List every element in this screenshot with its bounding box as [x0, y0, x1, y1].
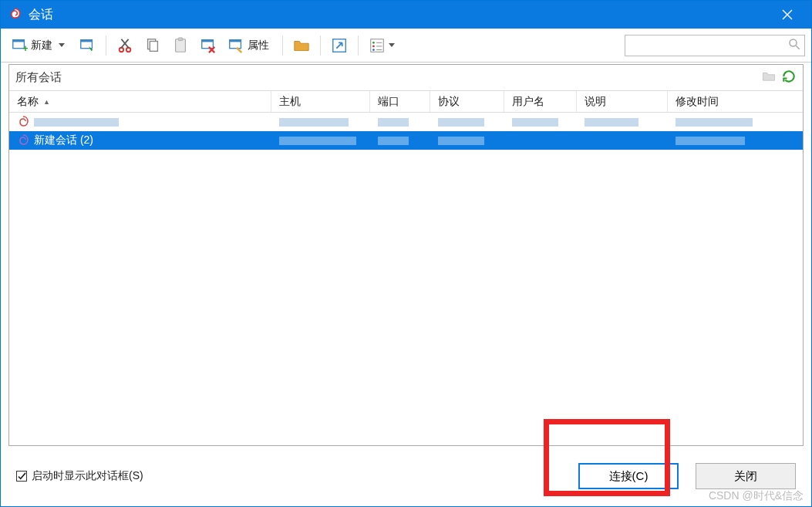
session-list-panel: 名称▲ 主机 端口 协议 用户名 说明 修改时间 新建会话 (2) [8, 64, 804, 446]
delete-button[interactable] [196, 34, 221, 57]
folder-open-icon [293, 37, 310, 54]
svg-rect-3 [13, 39, 25, 42]
chevron-down-icon [59, 43, 65, 47]
session-name: 新建会话 (2) [34, 134, 93, 147]
paste-icon [172, 37, 189, 54]
svg-point-24 [372, 45, 375, 47]
column-protocol[interactable]: 协议 [430, 91, 504, 112]
svg-point-25 [372, 49, 375, 51]
save-icon [79, 37, 96, 54]
svg-rect-20 [230, 39, 241, 42]
svg-point-23 [372, 41, 375, 43]
svg-rect-12 [150, 41, 157, 51]
svg-rect-14 [178, 37, 183, 40]
connect-button[interactable]: 连接(C) [578, 463, 679, 489]
svg-rect-16 [202, 39, 214, 42]
filter-row [9, 65, 803, 91]
svg-line-30 [796, 46, 800, 49]
svg-rect-13 [176, 39, 186, 52]
properties-label: 属性 [248, 39, 269, 52]
sort-asc-icon: ▲ [43, 98, 50, 106]
show-on-startup-label: 启动时显示此对话框(S) [32, 469, 143, 483]
sessions-dialog: 会话 + 新建 属性 [0, 0, 812, 507]
svg-rect-6 [81, 39, 93, 42]
refresh-icon[interactable] [781, 69, 797, 86]
column-port[interactable]: 端口 [370, 91, 430, 112]
checkbox-icon [16, 471, 27, 482]
close-button[interactable]: 关闭 [696, 463, 796, 489]
list-view-icon [369, 37, 386, 54]
toolbar-separator [282, 35, 283, 56]
properties-button[interactable]: 属性 [224, 34, 276, 57]
save-button[interactable] [75, 34, 99, 57]
svg-point-8 [126, 47, 131, 52]
new-icon: + [11, 37, 28, 54]
copy-icon [144, 37, 161, 54]
search-icon[interactable] [787, 37, 801, 53]
search-box[interactable] [625, 35, 805, 56]
table-body: 新建会话 (2) [9, 113, 803, 445]
cut-icon [116, 37, 133, 54]
title-bar: 会话 [1, 1, 811, 29]
toolbar: + 新建 属性 [1, 29, 811, 63]
session-icon [17, 134, 29, 147]
filter-input[interactable] [9, 66, 755, 90]
properties-icon [227, 37, 244, 54]
folder-icon[interactable] [761, 69, 777, 86]
dialog-footer: 启动时显示此对话框(S) 连接(C) 关闭 [8, 446, 804, 506]
copy-button[interactable] [140, 34, 165, 57]
toolbar-separator [106, 35, 106, 56]
svg-point-29 [790, 39, 797, 46]
column-mtime[interactable]: 修改时间 [668, 91, 803, 112]
delete-icon [200, 37, 217, 54]
paste-button[interactable] [168, 34, 193, 57]
cut-button[interactable] [113, 34, 137, 57]
svg-point-7 [120, 47, 124, 52]
table-header: 名称▲ 主机 端口 协议 用户名 说明 修改时间 [9, 91, 803, 113]
column-name[interactable]: 名称▲ [9, 91, 271, 112]
column-user[interactable]: 用户名 [504, 91, 577, 112]
column-desc[interactable]: 说明 [577, 91, 668, 112]
session-icon [17, 116, 29, 128]
toolbar-separator [358, 35, 359, 56]
table-row[interactable] [9, 113, 803, 131]
show-on-startup-checkbox[interactable]: 启动时显示此对话框(S) [16, 469, 143, 483]
shortcut-button[interactable] [327, 34, 352, 57]
chevron-down-icon [389, 43, 395, 47]
app-icon [7, 7, 22, 22]
new-label: 新建 [31, 39, 52, 52]
window-close-button[interactable] [770, 1, 805, 29]
svg-text:+: + [23, 43, 28, 54]
open-folder-button[interactable] [289, 34, 314, 57]
view-button[interactable] [365, 34, 402, 57]
window-title: 会话 [29, 7, 770, 23]
search-input[interactable] [628, 36, 787, 55]
toolbar-separator [320, 35, 321, 56]
column-host[interactable]: 主机 [271, 91, 370, 112]
new-button[interactable]: + 新建 [7, 34, 72, 57]
table-row[interactable]: 新建会话 (2) [9, 131, 803, 150]
shortcut-icon [331, 37, 348, 54]
